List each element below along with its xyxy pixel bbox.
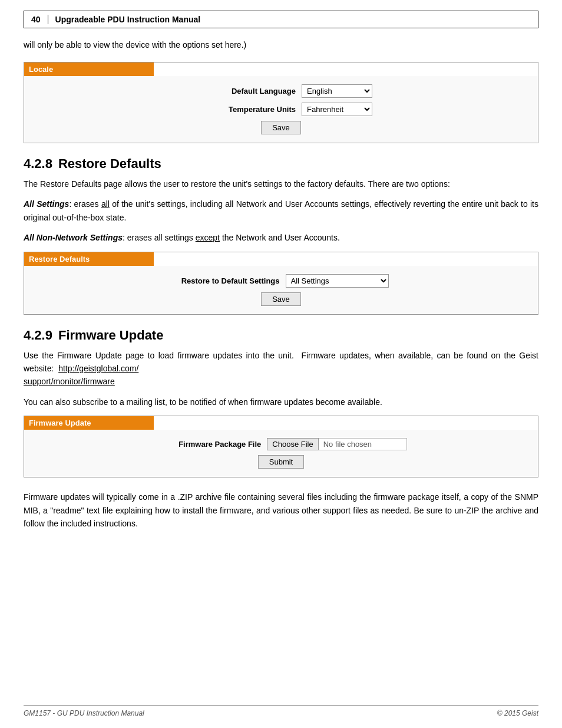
locale-panel-body: Default Language English Temperature Uni…	[24, 76, 538, 143]
restore-panel-header: Restore Defaults	[24, 252, 154, 266]
default-language-label: Default Language	[190, 87, 296, 95]
file-name-display: No file chosen	[319, 438, 407, 450]
default-language-control: English	[302, 84, 372, 98]
section-429-body2: You can also subscribe to a mailing list…	[24, 396, 538, 409]
restore-save-button[interactable]: Save	[261, 292, 301, 306]
geist-link[interactable]: http://geistglobal.com/support/monitor/f…	[24, 364, 138, 386]
firmware-panel-header: Firmware Update	[24, 416, 154, 430]
temperature-units-select[interactable]: Fahrenheit Celsius	[302, 103, 372, 116]
all-non-network-text: : erases all settings except the Network…	[123, 233, 340, 242]
file-input-area: Choose File No file chosen	[267, 438, 406, 450]
firmware-panel-body: Firmware Package File Choose File No fil…	[24, 430, 538, 477]
locale-temp-row: Temperature Units Fahrenheit Celsius	[36, 103, 526, 116]
restore-settings-row: Restore to Default Settings All Settings…	[36, 274, 526, 288]
firmware-submit-button[interactable]: Submit	[258, 455, 304, 469]
locale-save-row: Save	[36, 121, 526, 134]
intro-text: will only be able to view the device wit…	[24, 39, 538, 51]
section-429-body1: Use the Firmware Update page to load fir…	[24, 349, 538, 388]
section-428-heading: 4.2.8 Restore Defaults	[24, 156, 538, 172]
page-title-header: Upgradeable PDU Instruction Manual	[55, 15, 201, 24]
section-428-body2: All Settings: erases all of the unit's s…	[24, 197, 538, 224]
section-429-title: Firmware Update	[58, 328, 164, 343]
temperature-units-control: Fahrenheit Celsius	[302, 103, 372, 116]
firmware-submit-row: Submit	[36, 455, 526, 469]
default-language-select[interactable]: English	[302, 84, 372, 98]
all-settings-text: : erases all of the unit's settings, inc…	[24, 199, 538, 222]
footer-right: © 2015 Geist	[497, 709, 538, 717]
restore-settings-label: Restore to Default Settings	[174, 276, 280, 285]
main-content: will only be able to view the device wit…	[24, 28, 538, 530]
firmware-file-row: Firmware Package File Choose File No fil…	[36, 438, 526, 450]
section-429-heading: 4.2.9 Firmware Update	[24, 328, 538, 343]
page-footer: GM1157 - GU PDU Instruction Manual © 201…	[24, 705, 538, 717]
firmware-file-label: Firmware Package File	[155, 440, 261, 449]
firmware-file-control: Choose File No file chosen	[267, 438, 406, 450]
firmware-panel: Firmware Update Firmware Package File Ch…	[24, 416, 538, 477]
page-header: 40 Upgradeable PDU Instruction Manual	[24, 11, 538, 28]
restore-settings-select[interactable]: All Settings All Non-Network Settings	[286, 274, 389, 288]
locale-panel: Locale Default Language English Temperat…	[24, 62, 538, 143]
all-settings-label: All Settings	[24, 199, 69, 209]
locale-save-button[interactable]: Save	[261, 121, 301, 134]
locale-language-row: Default Language English	[36, 84, 526, 98]
restore-settings-control: All Settings All Non-Network Settings	[286, 274, 389, 288]
footer-body-text: Firmware updates will typically come in …	[24, 490, 538, 530]
choose-file-button[interactable]: Choose File	[267, 438, 318, 450]
footer-left: GM1157 - GU PDU Instruction Manual	[24, 709, 144, 717]
section-428-body1: The Restore Defaults page allows the use…	[24, 177, 538, 190]
section-428-title: Restore Defaults	[58, 156, 161, 172]
restore-panel: Restore Defaults Restore to Default Sett…	[24, 252, 538, 315]
all-non-network-label: All Non-Network Settings	[24, 233, 123, 242]
locale-panel-header: Locale	[24, 62, 154, 76]
section-428-number: 4.2.8	[24, 156, 52, 172]
restore-panel-body: Restore to Default Settings All Settings…	[24, 266, 538, 314]
restore-save-row: Save	[36, 292, 526, 306]
page-number: 40	[31, 15, 48, 24]
section-428-body3: All Non-Network Settings: erases all set…	[24, 231, 538, 244]
section-429-number: 4.2.9	[24, 328, 52, 343]
temperature-units-label: Temperature Units	[190, 105, 296, 114]
